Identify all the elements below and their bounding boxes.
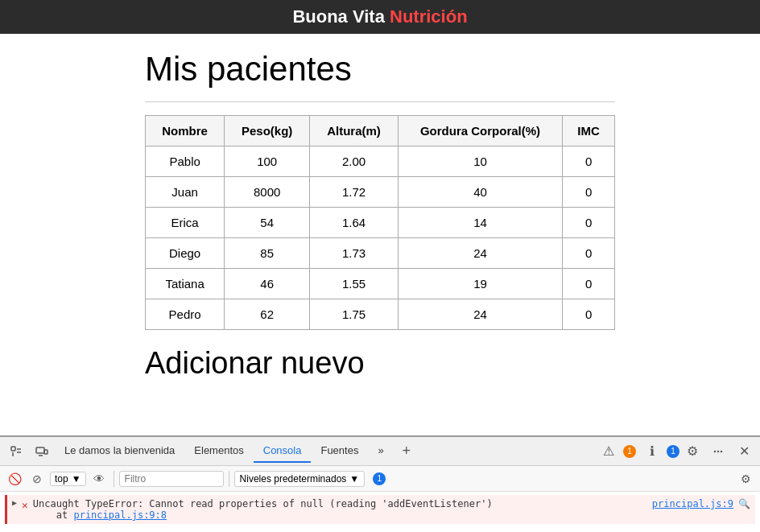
stop-icon[interactable]: ⊘ xyxy=(27,469,47,489)
table-cell: 10 xyxy=(398,146,562,177)
devtools-toolbar: 🚫 ⊘ top ▼ 👁 Niveles predeterminados ▼ 1 … xyxy=(0,466,760,492)
col-header-nombre: Nombre xyxy=(146,116,225,146)
devtools-tabs: Le damos la bienvenida Elementos Consola… xyxy=(0,437,760,466)
tab-more[interactable]: » xyxy=(368,439,393,463)
table-cell: 1.75 xyxy=(310,299,399,330)
table-cell: 1.64 xyxy=(310,208,399,238)
table-cell: 54 xyxy=(225,208,310,238)
col-header-gordura: Gordura Corporal(%) xyxy=(398,116,562,146)
table-cell: Erica xyxy=(146,208,225,238)
table-row: Erica541.64140 xyxy=(146,208,615,238)
table-cell: Diego xyxy=(146,238,225,269)
main-content: Mis pacientes Nombre Peso(kg) Altura(m) … xyxy=(0,34,760,397)
table-cell: 14 xyxy=(398,208,562,238)
info-icon[interactable]: ℹ xyxy=(641,440,663,463)
add-tab-icon[interactable]: + xyxy=(395,440,418,463)
error-link[interactable]: principal.js:9:8 xyxy=(73,509,167,521)
close-devtools-icon[interactable]: ✕ xyxy=(733,440,755,463)
devtools-panel: Le damos la bienvenida Elementos Consola… xyxy=(0,435,760,532)
tab-elements[interactable]: Elementos xyxy=(184,439,253,463)
col-header-peso: Peso(kg) xyxy=(225,116,310,146)
table-header-row: Nombre Peso(kg) Altura(m) Gordura Corpor… xyxy=(146,116,615,146)
table-cell: Pablo xyxy=(146,146,225,177)
toolbar-divider-2 xyxy=(229,471,229,487)
tab-sources[interactable]: Fuentes xyxy=(311,439,368,463)
levels-badge-area: 1 xyxy=(371,472,386,485)
clear-console-icon[interactable]: 🚫 xyxy=(5,469,24,489)
svg-point-5 xyxy=(721,450,722,452)
table-cell: 24 xyxy=(398,238,562,269)
tab-welcome[interactable]: Le damos la bienvenida xyxy=(55,439,184,463)
table-cell: 1.55 xyxy=(310,269,399,299)
svg-point-3 xyxy=(714,450,716,452)
svg-rect-1 xyxy=(36,447,44,453)
table-cell: 0 xyxy=(563,208,615,238)
inspect-element-icon[interactable] xyxy=(5,440,27,463)
device-toggle-icon[interactable] xyxy=(31,440,53,463)
add-section-title: Adicionar nuevo xyxy=(145,346,615,381)
divider xyxy=(145,101,615,102)
patients-tbody: Pablo1002.00100Juan80001.72400Erica541.6… xyxy=(146,146,615,330)
svg-rect-0 xyxy=(11,447,15,451)
orange-badge-area: ⚠ 1 xyxy=(596,440,636,463)
table-cell: Tatiana xyxy=(146,269,225,299)
error-at-text: at xyxy=(33,509,74,521)
customize-icon[interactable] xyxy=(707,440,729,463)
table-row: Diego851.73240 xyxy=(146,238,615,269)
col-header-altura: Altura(m) xyxy=(310,116,399,146)
warning-icon[interactable]: ⚠ xyxy=(597,440,620,463)
filter-input[interactable] xyxy=(119,471,224,487)
levels-selector[interactable]: Niveles predeterminados ▼ xyxy=(234,471,366,487)
app-title: Buona Vita Nutrición xyxy=(292,6,467,27)
table-cell: 24 xyxy=(398,299,562,330)
context-label: top xyxy=(55,473,68,485)
levels-badge: 1 xyxy=(373,472,386,485)
devtools-console: ▶ ✕ Uncaught TypeError: Cannot read prop… xyxy=(0,492,760,532)
table-cell: Pedro xyxy=(146,299,225,330)
settings-icon[interactable]: ⚙ xyxy=(681,440,704,463)
table-row: Juan80001.72400 xyxy=(146,177,615,208)
page-title: Mis pacientes xyxy=(145,50,615,89)
eye-icon[interactable]: 👁 xyxy=(89,469,109,489)
table-cell: 0 xyxy=(563,238,615,269)
table-cell: 100 xyxy=(225,146,310,177)
table-row: Tatiana461.55190 xyxy=(146,269,615,299)
table-cell: 0 xyxy=(563,177,615,208)
app-header: Buona Vita Nutrición xyxy=(0,0,760,34)
table-cell: 85 xyxy=(225,238,310,269)
svg-point-4 xyxy=(717,450,719,452)
warning-badge: 1 xyxy=(623,445,636,458)
svg-rect-2 xyxy=(44,450,48,454)
table-cell: 0 xyxy=(563,146,615,177)
table-cell: 40 xyxy=(398,177,562,208)
table-row: Pablo1002.00100 xyxy=(146,146,615,177)
table-cell: 8000 xyxy=(225,177,310,208)
info-badge: 1 xyxy=(667,445,679,458)
toolbar-divider-1 xyxy=(114,471,114,487)
table-cell: 46 xyxy=(225,269,310,299)
blue-badge-area: ℹ 1 xyxy=(639,440,679,463)
expand-icon[interactable]: ▶ xyxy=(12,498,17,507)
console-error-entry: ▶ ✕ Uncaught TypeError: Cannot read prop… xyxy=(5,495,755,524)
levels-label: Niveles predeterminados xyxy=(240,473,347,485)
table-row: Pedro621.75240 xyxy=(146,299,615,330)
table-cell: 0 xyxy=(563,269,615,299)
error-message: Uncaught TypeError: Cannot read properti… xyxy=(33,498,647,521)
error-main-text: Uncaught TypeError: Cannot read properti… xyxy=(33,498,493,509)
table-cell: 1.72 xyxy=(310,177,399,208)
tab-console[interactable]: Consola xyxy=(254,439,312,463)
levels-arrow-icon: ▼ xyxy=(349,473,359,485)
table-cell: 19 xyxy=(398,269,562,299)
table-cell: 62 xyxy=(225,299,310,330)
table-cell: 0 xyxy=(563,299,615,330)
error-file-link[interactable]: principal.js:9 xyxy=(652,498,733,509)
context-selector[interactable]: top ▼ xyxy=(50,472,86,486)
settings-console-icon[interactable]: ⚙ xyxy=(736,469,755,489)
context-arrow-icon: ▼ xyxy=(72,473,81,485)
table-cell: 1.73 xyxy=(310,238,399,269)
search-icon[interactable]: 🔍 xyxy=(738,498,750,509)
patients-table: Nombre Peso(kg) Altura(m) Gordura Corpor… xyxy=(145,115,615,330)
table-cell: Juan xyxy=(146,177,225,208)
table-cell: 2.00 xyxy=(310,146,399,177)
col-header-imc: IMC xyxy=(563,116,615,146)
